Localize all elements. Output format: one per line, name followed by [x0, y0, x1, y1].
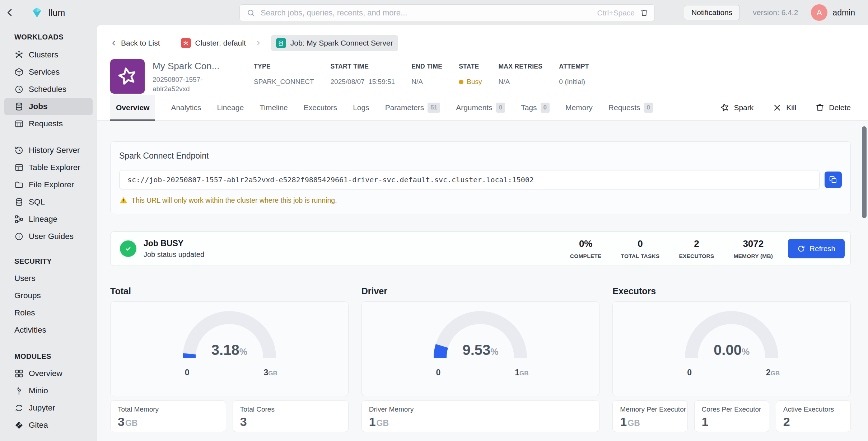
- status-texts: Job BUSY Job status updated: [144, 239, 204, 259]
- trash-icon: [815, 103, 825, 113]
- job-id-line1: 20250807-1557-: [153, 75, 239, 84]
- lineage-flow-icon: [14, 215, 24, 224]
- database-icon: [14, 197, 24, 207]
- tab-parameters[interactable]: Parameters51: [385, 95, 440, 120]
- breadcrumb-job[interactable]: Job: My Spark Connect Server: [271, 35, 398, 51]
- main-header: Back to List Cluster: default Job: My Sp…: [97, 25, 868, 121]
- clock-icon: [14, 85, 24, 94]
- tab-logs[interactable]: Logs: [353, 95, 369, 120]
- tab-executors[interactable]: Executors: [304, 95, 337, 120]
- cluster-icon: [181, 38, 191, 48]
- tab-memory[interactable]: Memory: [565, 95, 593, 120]
- sidebar-item-schedules[interactable]: Schedules: [4, 81, 93, 98]
- status-check-icon: [120, 240, 136, 257]
- sidebar-item-history-server[interactable]: History Server: [4, 142, 93, 159]
- breadcrumb: Back to List Cluster: default Job: My Sp…: [110, 25, 851, 52]
- refresh-icon: [797, 245, 805, 253]
- resource-gauges: Total 3.18% 0 3GB: [110, 286, 851, 432]
- sidebar-item-users[interactable]: Users: [4, 270, 93, 287]
- job-fields: TYPE SPARK_CONNECT START TIME 2025/08/07…: [254, 59, 589, 94]
- status-stats: 0% COMPLETE 0 TOTAL TASKS 2 EXECUTORS 30…: [570, 238, 773, 259]
- sidebar-item-label: Table Explorer: [29, 163, 80, 172]
- app-logo: Ilum: [31, 6, 65, 19]
- tab-badge: 0: [644, 103, 653, 113]
- app-window: Ilum Ctrl+Space Notifications version: 6…: [0, 0, 868, 441]
- sidebar-item-lineage[interactable]: Lineage: [4, 211, 93, 228]
- job-field-type: TYPE SPARK_CONNECT: [254, 63, 314, 94]
- tab-arguments[interactable]: Arguments0: [456, 95, 505, 120]
- avatar[interactable]: A: [811, 4, 827, 21]
- gauge-value: 3.18%: [176, 342, 283, 358]
- minio-bird-icon: [14, 386, 24, 395]
- tab-bar: Overview Analytics Lineage Timeline Exec…: [97, 95, 868, 121]
- sidebar-item-services[interactable]: Services: [4, 64, 93, 81]
- sidebar-section-modules: MODULES: [0, 352, 97, 361]
- tab-overview[interactable]: Overview: [110, 95, 155, 120]
- clusters-icon: [14, 50, 24, 60]
- sidebar-item-requests[interactable]: Requests: [4, 115, 93, 132]
- gauge-axis-labels: 0 2GB: [678, 368, 785, 377]
- copy-url-button[interactable]: [825, 172, 842, 188]
- sidebar-item-jupyter[interactable]: Jupyter: [4, 399, 93, 417]
- sidebar-item-jobs[interactable]: Jobs: [4, 98, 93, 115]
- gauge-card: 9.53% 0 1GB: [361, 301, 600, 396]
- refresh-button[interactable]: Refresh: [788, 239, 845, 258]
- back-button[interactable]: [0, 7, 20, 18]
- spark-connect-endpoint-card: Spark Connect Endpoint This URL will onl…: [110, 141, 851, 214]
- sidebar-item-table-explorer[interactable]: Table Explorer: [4, 159, 93, 176]
- back-to-list-button[interactable]: Back to List: [110, 39, 160, 47]
- gauge-driver: Driver 9.53% 0 1GB: [361, 286, 600, 432]
- search-input[interactable]: [261, 8, 592, 18]
- sidebar-item-roles[interactable]: Roles: [4, 304, 93, 322]
- kill-button[interactable]: Kill: [772, 95, 796, 120]
- sidebar-item-label: Schedules: [29, 85, 66, 94]
- tab-analytics[interactable]: Analytics: [171, 95, 201, 120]
- gauge-axis-labels: 0 1GB: [426, 368, 534, 377]
- gauge-executors: Executors 0.00% 0 2GB: [612, 286, 851, 432]
- user-name: admin: [832, 8, 855, 18]
- tab-timeline[interactable]: Timeline: [260, 95, 288, 120]
- sidebar-item-overview[interactable]: Overview: [4, 365, 93, 382]
- spark-ui-button[interactable]: Spark: [720, 95, 753, 120]
- job-title: My Spark Con...: [153, 59, 239, 72]
- job-field-max-retries: MAX RETRIES N/A: [498, 63, 542, 94]
- job-db-icon: [276, 38, 286, 48]
- status-title: Job BUSY: [144, 239, 204, 248]
- job-title-block: My Spark Con... 20250807-1557- ablr2a52v…: [153, 59, 239, 94]
- endpoint-warning: This URL will only work within the clust…: [119, 196, 842, 205]
- gauge-total: Total 3.18% 0 3GB: [110, 286, 349, 432]
- metric-driver-memory: Driver Memory 1GB: [361, 400, 600, 432]
- tab-tags[interactable]: Tags0: [521, 95, 550, 120]
- clear-history-trash-icon[interactable]: [640, 8, 649, 17]
- copy-icon: [829, 175, 837, 184]
- sidebar-item-activities[interactable]: Activities: [4, 322, 93, 339]
- gauge-title: Driver: [361, 286, 600, 296]
- tab-requests[interactable]: Requests0: [608, 95, 653, 120]
- gauge-axis-labels: 0 3GB: [176, 368, 283, 377]
- sidebar-item-label: Jobs: [29, 102, 48, 111]
- database-icon: [14, 102, 24, 111]
- endpoint-url-field[interactable]: [119, 170, 820, 189]
- vertical-scrollbar-thumb[interactable]: [862, 126, 867, 218]
- sidebar-item-user-guides[interactable]: User Guides: [4, 228, 93, 245]
- sidebar-item-groups[interactable]: Groups: [4, 287, 93, 304]
- metric-memory-per-executor: Memory Per Executor 1GB: [612, 400, 687, 432]
- status-subtitle: Job status updated: [144, 250, 204, 259]
- sidebar-item-label: File Explorer: [29, 180, 74, 189]
- sidebar-item-gitea[interactable]: Gitea: [4, 417, 93, 434]
- delete-button[interactable]: Delete: [815, 95, 851, 120]
- breadcrumb-cluster[interactable]: Cluster: default: [181, 38, 246, 48]
- sidebar-item-minio[interactable]: Minio: [4, 382, 93, 399]
- gauge-card: 3.18% 0 3GB: [110, 301, 349, 396]
- chevron-left-icon: [5, 7, 15, 18]
- notifications-button[interactable]: Notifications: [684, 5, 740, 20]
- tab-badge: 0: [541, 103, 550, 113]
- tab-lineage[interactable]: Lineage: [217, 95, 244, 120]
- sidebar-item-clusters[interactable]: Clusters: [4, 46, 93, 64]
- history-icon: [14, 146, 24, 155]
- sidebar-item-file-explorer[interactable]: File Explorer: [4, 176, 93, 193]
- star-icon: [719, 102, 731, 113]
- job-id-line2: ablr2a52vxd: [153, 84, 239, 94]
- sidebar-item-sql[interactable]: SQL: [4, 193, 93, 211]
- chevron-right-icon: [255, 40, 262, 46]
